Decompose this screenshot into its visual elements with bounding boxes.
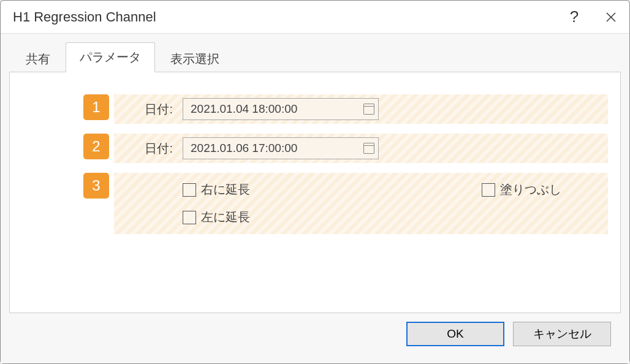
cancel-button[interactable]: キャンセル: [513, 322, 611, 346]
close-icon: [605, 12, 617, 23]
checkbox-row-bottom: 左に延長: [124, 209, 598, 226]
tab-panel-parameters: 1 日付: 2 日付:: [9, 72, 621, 313]
date-label-2: 日付:: [124, 140, 173, 157]
label-extend-right[interactable]: 右に延長: [201, 181, 250, 198]
tab-parameters[interactable]: パラメータ: [66, 42, 155, 72]
dialog-content: 共有 パラメータ 表示選択 1 日付: 2 日付:: [1, 34, 629, 363]
checkbox-extend-right[interactable]: [183, 183, 196, 197]
stripe-block-2: 日付:: [114, 134, 608, 163]
ok-button[interactable]: OK: [406, 322, 504, 346]
label-fill[interactable]: 塗りつぶし: [500, 181, 561, 198]
help-button[interactable]: ?: [556, 1, 593, 34]
badge-3: 3: [83, 173, 109, 199]
close-button[interactable]: [593, 1, 629, 34]
checkbox-extend-left[interactable]: [183, 211, 196, 224]
checkbox-wrap-fill[interactable]: 塗りつぶし: [482, 181, 561, 198]
checkbox-wrap-extend-left[interactable]: 左に延長: [183, 209, 250, 226]
dialog-window: H1 Regression Channel ? 共有 パラメータ 表示選択 1 …: [0, 0, 630, 364]
calendar-icon[interactable]: [363, 104, 374, 115]
date-input-1[interactable]: [183, 98, 379, 120]
label-extend-left[interactable]: 左に延長: [201, 209, 250, 226]
dialog-footer: OK キャンセル: [9, 313, 621, 355]
window-title: H1 Regression Channel: [13, 9, 556, 25]
badge-2: 2: [83, 134, 109, 159]
param-row-3: 3 右に延長 塗りつぶし: [83, 173, 608, 234]
badge-1: 1: [83, 94, 109, 120]
titlebar: H1 Regression Channel ?: [1, 1, 629, 34]
tab-visualization[interactable]: 表示選択: [156, 45, 233, 72]
param-row-1: 1 日付:: [83, 94, 608, 124]
param-row-2: 2 日付:: [83, 134, 608, 163]
date-field-2[interactable]: [191, 142, 363, 155]
date-input-2[interactable]: [183, 137, 379, 159]
stripe-block-1: 日付:: [114, 94, 608, 124]
checkbox-wrap-extend-right[interactable]: 右に延長: [183, 181, 250, 198]
checkbox-fill[interactable]: [482, 183, 495, 197]
date-label-1: 日付:: [124, 101, 173, 118]
stripe-block-3: 右に延長 塗りつぶし 左に延長: [114, 173, 608, 234]
tab-bar: 共有 パラメータ 表示選択: [9, 42, 621, 72]
calendar-icon[interactable]: [363, 143, 374, 154]
date-field-1[interactable]: [191, 102, 363, 116]
tab-common[interactable]: 共有: [12, 45, 64, 72]
checkbox-row-top: 右に延長 塗りつぶし: [124, 181, 598, 198]
